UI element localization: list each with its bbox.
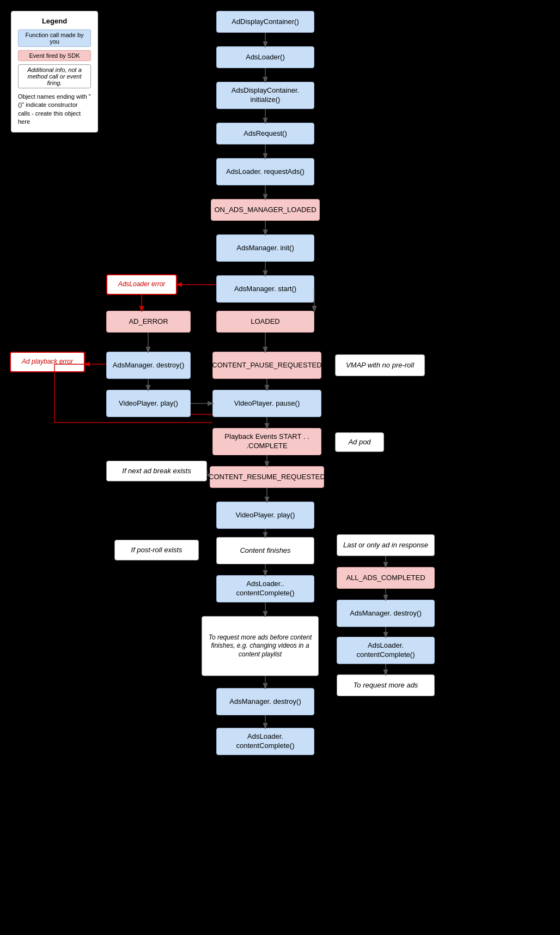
node-if-next-ad-break: If next ad break exists (106, 461, 207, 481)
node-video-player-play1: VideoPlayer. play() (106, 390, 191, 417)
node-ads-manager-destroy: AdsManager. destroy() (106, 352, 191, 379)
node-video-player-play2: VideoPlayer. play() (216, 502, 314, 529)
node-playback-events: Playback Events START . . .COMPLETE (212, 428, 321, 455)
legend-box-pink: Event fired by SDK (18, 50, 91, 61)
node-ad-pod: Ad pod (335, 432, 384, 452)
node-on-ads-manager-loaded: ON_ADS_MANAGER_LOADED (211, 199, 320, 221)
node-all-ads-completed: ALL_ADS_COMPLETED (337, 567, 435, 589)
node-ads-display-container-init: AdsDisplayContainer. initialize() (216, 82, 314, 109)
node-content-pause-requested: CONTENT_PAUSE_REQUESTED (212, 352, 321, 379)
legend-box-italic: Additional info, not a method call or ev… (18, 64, 91, 88)
legend: Legend Function call made by you Event f… (11, 11, 98, 132)
node-content-finishes: Content finishes (216, 537, 314, 564)
node-ads-manager-destroy3: AdsManager. destroy() (216, 688, 314, 715)
node-content-resume-requested: CONTENT_RESUME_REQUESTED (210, 466, 324, 488)
node-ad-display-container: AdDisplayContainer() (216, 11, 314, 33)
node-ads-loader-content-complete3: AdsLoader. contentComplete() (216, 728, 314, 755)
node-ads-manager-destroy2: AdsManager. destroy() (337, 600, 435, 627)
legend-box-blue: Function call made by you (18, 29, 91, 47)
node-ads-request: AdsRequest() (216, 123, 314, 144)
node-ads-loader: AdsLoader() (216, 46, 314, 68)
node-to-request-more-ads: To request more ads before content finis… (202, 616, 319, 676)
legend-note: Object names ending with "()" indicate c… (18, 93, 91, 126)
legend-item-pink: Event fired by SDK (18, 50, 91, 61)
node-ads-loader-content-complete2: AdsLoader. contentComplete() (337, 637, 435, 664)
node-ad-error: AD_ERROR (106, 311, 191, 333)
node-loaded: LOADED (216, 311, 314, 333)
node-ads-loader-content-complete1: AdsLoader.. contentComplete() (216, 575, 314, 602)
node-ads-manager-init: AdsManager. init() (216, 234, 314, 262)
node-video-player-pause: VideoPlayer. pause() (212, 390, 321, 417)
legend-item-italic: Additional info, not a method call or ev… (18, 64, 91, 88)
node-to-request-more-ads2: To request more ads (337, 674, 435, 696)
node-vmap-no-pre-roll: VMAP with no pre-roll (335, 354, 425, 376)
node-last-or-only-ad: Last or only ad in response (337, 534, 435, 556)
legend-title: Legend (18, 17, 91, 25)
node-ads-loader-error: AdsLoader error (106, 274, 177, 295)
diagram-container: Legend Function call made by you Event f… (0, 0, 560, 935)
legend-item-blue: Function call made by you (18, 29, 91, 47)
node-ads-loader-request-ads: AdsLoader. requestAds() (216, 158, 314, 185)
node-ads-manager-start: AdsManager. start() (216, 275, 314, 303)
node-if-post-roll-exists: If post-roll exists (114, 540, 199, 560)
node-ad-playback-error: Ad playback error (10, 352, 85, 372)
